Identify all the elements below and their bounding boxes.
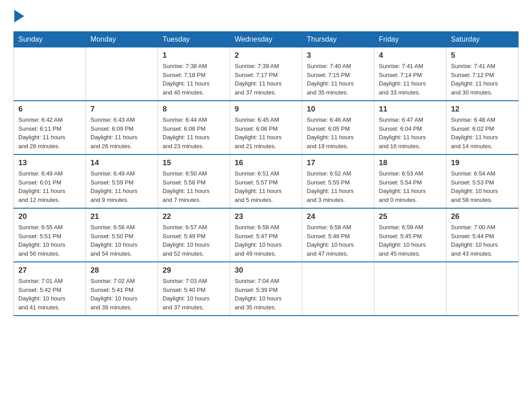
day-number: 4: [379, 51, 442, 60]
week-row-1: 1Sunrise: 7:38 AM Sunset: 7:18 PM Daylig…: [14, 47, 519, 101]
day-info: Sunrise: 7:41 AM Sunset: 7:12 PM Dayligh…: [451, 62, 514, 97]
day-number: 10: [307, 105, 369, 114]
calendar-body: 1Sunrise: 7:38 AM Sunset: 7:18 PM Daylig…: [14, 47, 519, 316]
calendar-cell: 28Sunrise: 7:02 AM Sunset: 5:41 PM Dayli…: [86, 262, 158, 316]
day-number: 29: [163, 266, 225, 275]
day-info: Sunrise: 7:39 AM Sunset: 7:17 PM Dayligh…: [235, 62, 297, 97]
day-info: Sunrise: 6:48 AM Sunset: 6:02 PM Dayligh…: [451, 116, 514, 150]
calendar-cell: 23Sunrise: 6:58 AM Sunset: 5:47 PM Dayli…: [230, 208, 302, 262]
day-info: Sunrise: 7:40 AM Sunset: 7:15 PM Dayligh…: [307, 62, 369, 97]
day-info: Sunrise: 6:44 AM Sunset: 6:08 PM Dayligh…: [163, 116, 225, 150]
calendar-cell: 16Sunrise: 6:51 AM Sunset: 5:57 PM Dayli…: [230, 154, 302, 208]
calendar-cell: 21Sunrise: 6:56 AM Sunset: 5:50 PM Dayli…: [86, 208, 158, 262]
day-number: 12: [451, 105, 514, 114]
calendar-cell: 19Sunrise: 6:54 AM Sunset: 5:53 PM Dayli…: [446, 154, 519, 208]
day-info: Sunrise: 6:59 AM Sunset: 5:45 PM Dayligh…: [379, 223, 442, 258]
calendar-table: SundayMondayTuesdayWednesdayThursdayFrid…: [13, 31, 519, 316]
calendar-cell: 9Sunrise: 6:45 AM Sunset: 6:06 PM Daylig…: [230, 101, 302, 154]
calendar-cell: 27Sunrise: 7:01 AM Sunset: 5:42 PM Dayli…: [14, 262, 86, 316]
day-info: Sunrise: 6:49 AM Sunset: 6:01 PM Dayligh…: [18, 169, 81, 204]
calendar-cell: 26Sunrise: 7:00 AM Sunset: 5:44 PM Dayli…: [446, 208, 519, 262]
day-info: Sunrise: 7:04 AM Sunset: 5:39 PM Dayligh…: [235, 277, 297, 312]
column-header-friday: Friday: [374, 32, 446, 47]
calendar-cell: 1Sunrise: 7:38 AM Sunset: 7:18 PM Daylig…: [158, 47, 230, 101]
column-header-wednesday: Wednesday: [230, 32, 302, 47]
day-number: 30: [235, 266, 297, 275]
calendar-cell: [446, 262, 519, 316]
calendar-cell: 30Sunrise: 7:04 AM Sunset: 5:39 PM Dayli…: [230, 262, 302, 316]
column-header-saturday: Saturday: [446, 32, 519, 47]
day-info: Sunrise: 6:58 AM Sunset: 5:47 PM Dayligh…: [235, 223, 297, 258]
calendar-cell: 6Sunrise: 6:42 AM Sunset: 6:11 PM Daylig…: [14, 101, 86, 154]
column-header-thursday: Thursday: [302, 32, 374, 47]
calendar-cell: 13Sunrise: 6:49 AM Sunset: 6:01 PM Dayli…: [14, 154, 86, 208]
calendar-cell: [14, 47, 86, 101]
week-row-3: 13Sunrise: 6:49 AM Sunset: 6:01 PM Dayli…: [14, 154, 519, 208]
week-row-5: 27Sunrise: 7:01 AM Sunset: 5:42 PM Dayli…: [14, 262, 519, 316]
day-number: 15: [163, 158, 225, 167]
calendar-cell: 3Sunrise: 7:40 AM Sunset: 7:15 PM Daylig…: [302, 47, 374, 101]
page-header: [13, 9, 519, 22]
calendar-cell: 7Sunrise: 6:43 AM Sunset: 6:09 PM Daylig…: [86, 101, 158, 154]
calendar-cell: 15Sunrise: 6:50 AM Sunset: 5:58 PM Dayli…: [158, 154, 230, 208]
day-info: Sunrise: 7:02 AM Sunset: 5:41 PM Dayligh…: [90, 277, 153, 312]
day-number: 28: [90, 266, 153, 275]
day-info: Sunrise: 6:43 AM Sunset: 6:09 PM Dayligh…: [90, 116, 153, 150]
column-header-tuesday: Tuesday: [158, 32, 230, 47]
day-number: 3: [307, 51, 369, 60]
day-info: Sunrise: 6:55 AM Sunset: 5:51 PM Dayligh…: [18, 223, 81, 258]
column-header-sunday: Sunday: [14, 32, 86, 47]
day-info: Sunrise: 6:56 AM Sunset: 5:50 PM Dayligh…: [90, 223, 153, 258]
day-info: Sunrise: 6:50 AM Sunset: 5:58 PM Dayligh…: [163, 169, 225, 204]
day-info: Sunrise: 7:38 AM Sunset: 7:18 PM Dayligh…: [163, 62, 225, 97]
calendar-cell: 17Sunrise: 6:52 AM Sunset: 5:55 PM Dayli…: [302, 154, 374, 208]
day-number: 21: [90, 212, 153, 221]
calendar-cell: 10Sunrise: 6:46 AM Sunset: 6:05 PM Dayli…: [302, 101, 374, 154]
day-info: Sunrise: 6:54 AM Sunset: 5:53 PM Dayligh…: [451, 169, 514, 204]
day-info: Sunrise: 6:42 AM Sunset: 6:11 PM Dayligh…: [18, 116, 81, 150]
day-number: 18: [379, 158, 442, 167]
day-number: 19: [451, 158, 514, 167]
day-info: Sunrise: 7:41 AM Sunset: 7:14 PM Dayligh…: [379, 62, 442, 97]
logo: [13, 9, 24, 22]
day-number: 17: [307, 158, 369, 167]
day-info: Sunrise: 6:45 AM Sunset: 6:06 PM Dayligh…: [235, 116, 297, 150]
day-info: Sunrise: 6:57 AM Sunset: 5:49 PM Dayligh…: [163, 223, 225, 258]
day-number: 2: [235, 51, 297, 60]
day-number: 25: [379, 212, 442, 221]
svg-marker-0: [14, 10, 24, 22]
calendar-header: SundayMondayTuesdayWednesdayThursdayFrid…: [14, 32, 519, 47]
day-info: Sunrise: 6:52 AM Sunset: 5:55 PM Dayligh…: [307, 169, 369, 204]
calendar-cell: [86, 47, 158, 101]
day-number: 20: [18, 212, 81, 221]
calendar-cell: 22Sunrise: 6:57 AM Sunset: 5:49 PM Dayli…: [158, 208, 230, 262]
day-number: 27: [18, 266, 81, 275]
day-info: Sunrise: 6:53 AM Sunset: 5:54 PM Dayligh…: [379, 169, 442, 204]
day-number: 24: [307, 212, 369, 221]
day-info: Sunrise: 6:51 AM Sunset: 5:57 PM Dayligh…: [235, 169, 297, 204]
day-info: Sunrise: 6:46 AM Sunset: 6:05 PM Dayligh…: [307, 116, 369, 150]
day-number: 22: [163, 212, 225, 221]
day-number: 9: [235, 105, 297, 114]
day-number: 6: [18, 105, 81, 114]
day-info: Sunrise: 6:49 AM Sunset: 5:59 PM Dayligh…: [90, 169, 153, 204]
calendar-cell: 5Sunrise: 7:41 AM Sunset: 7:12 PM Daylig…: [446, 47, 519, 101]
calendar-cell: 18Sunrise: 6:53 AM Sunset: 5:54 PM Dayli…: [374, 154, 446, 208]
day-info: Sunrise: 6:58 AM Sunset: 5:46 PM Dayligh…: [307, 223, 369, 258]
day-number: 11: [379, 105, 442, 114]
day-info: Sunrise: 7:01 AM Sunset: 5:42 PM Dayligh…: [18, 277, 81, 312]
day-number: 14: [90, 158, 153, 167]
day-info: Sunrise: 7:00 AM Sunset: 5:44 PM Dayligh…: [451, 223, 514, 258]
day-number: 13: [18, 158, 81, 167]
calendar-cell: 24Sunrise: 6:58 AM Sunset: 5:46 PM Dayli…: [302, 208, 374, 262]
column-header-monday: Monday: [86, 32, 158, 47]
calendar-cell: 29Sunrise: 7:03 AM Sunset: 5:40 PM Dayli…: [158, 262, 230, 316]
calendar-cell: 8Sunrise: 6:44 AM Sunset: 6:08 PM Daylig…: [158, 101, 230, 154]
calendar-cell: [374, 262, 446, 316]
week-row-4: 20Sunrise: 6:55 AM Sunset: 5:51 PM Dayli…: [14, 208, 519, 262]
day-number: 23: [235, 212, 297, 221]
day-number: 16: [235, 158, 297, 167]
day-header-row: SundayMondayTuesdayWednesdayThursdayFrid…: [14, 32, 519, 47]
calendar-cell: 11Sunrise: 6:47 AM Sunset: 6:04 PM Dayli…: [374, 101, 446, 154]
calendar-cell: 25Sunrise: 6:59 AM Sunset: 5:45 PM Dayli…: [374, 208, 446, 262]
